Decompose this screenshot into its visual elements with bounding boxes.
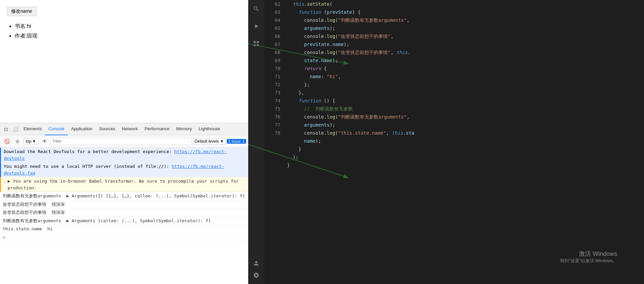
tab-memory[interactable]: Memory: [173, 123, 195, 135]
console-line: Download the React DevTools for a better…: [0, 148, 248, 162]
sidebar-bottom-section: [250, 257, 262, 281]
settings-sidebar-icon[interactable]: [250, 269, 262, 281]
code-editor-panel: 62 63 64 65 66 67 68 69 70 71 72 73 74 7…: [248, 0, 644, 284]
tab-network[interactable]: Network: [118, 123, 141, 135]
code-line-73: // 判断函数有无参数: [287, 105, 644, 113]
code-line-75: arguments);: [287, 121, 644, 129]
console-input[interactable]: [7, 234, 246, 239]
line-numbers: 62 63 64 65 66 67 68 69 70 71 72 73 74 7…: [264, 0, 284, 284]
console-line: 改变状态前想干的事情 情深深: [0, 208, 248, 217]
console-line: You might need to use a local HTTP serve…: [0, 162, 248, 177]
code-content: this.setState( function (prevState) { co…: [284, 0, 644, 284]
search-sidebar-icon[interactable]: [250, 3, 262, 15]
dropdown-arrow: ▼: [32, 139, 36, 144]
devtools-toolbar: 🚫 ⊘ top ▼ 👁 Default levels ▼ 1 Issue: 1: [0, 135, 248, 148]
devtools-tab-bar: ⊡ ⬜ Elements Console Application Sources…: [0, 123, 248, 135]
context-label: top: [26, 139, 32, 144]
run-sidebar-icon[interactable]: [250, 20, 262, 32]
warning-icon: ⚠: [4, 178, 6, 185]
mobile-icon[interactable]: ⬜: [11, 125, 20, 134]
code-line-64b: arguments);: [287, 24, 644, 32]
code-line-62: this.setState(: [287, 0, 644, 8]
issue-badge: 1 Issue: 1: [227, 139, 246, 144]
svg-rect-3: [257, 44, 259, 46]
tab-sources[interactable]: Sources: [96, 123, 119, 135]
code-line-64: console.log("判断函数有无参数arguments",: [287, 16, 644, 24]
code-line-66: prevState.name);: [287, 40, 644, 48]
log-level-selector[interactable]: Default levels ▼: [193, 138, 225, 144]
console-line: 判断函数有无参数arguments ▶ Arguments [callee: (…: [0, 217, 248, 225]
svg-rect-0: [254, 41, 256, 43]
tab-lighthouse[interactable]: Lighthouse: [195, 123, 223, 135]
console-prompt-line[interactable]: >: [0, 233, 248, 242]
context-selector[interactable]: top ▼: [23, 138, 39, 144]
tab-performance[interactable]: Performance: [141, 123, 173, 135]
pause-button[interactable]: ⊘: [13, 137, 22, 146]
left-container: 修改name 书名:hi 作者:琼瑶 ⊡ ⬜ Elements Console …: [0, 0, 248, 284]
code-line-76: console.log("this.state.name", this.sta: [287, 129, 644, 137]
code-line-66b: console.log("改变状态前想干的事情", this.: [287, 48, 644, 56]
tab-application[interactable]: Application: [68, 123, 96, 135]
book-author-item: 作者:琼瑶: [15, 31, 38, 41]
extensions-sidebar-icon[interactable]: [250, 38, 262, 50]
code-line-67: state.name);: [287, 56, 644, 64]
console-output: Download the React DevTools for a better…: [0, 148, 248, 284]
code-line-74: console.log("判断函数有无参数arguments",: [287, 113, 644, 121]
issue-count-label: 1 Issue:: [228, 139, 241, 143]
code-line-80: }: [287, 161, 644, 169]
modify-button[interactable]: 修改name: [7, 7, 37, 16]
code-line-78: }: [287, 145, 644, 153]
tab-console[interactable]: Console: [45, 123, 68, 135]
svg-rect-1: [257, 41, 259, 43]
console-line: 改变状态前想干的事情 情深深: [0, 200, 248, 209]
code-line-79: );: [287, 153, 644, 161]
page-preview: 修改name 书名:hi 作者:琼瑶: [0, 0, 248, 123]
code-line-68: return {: [287, 64, 644, 73]
code-line-63: function (prevState) {: [287, 8, 644, 16]
editor-sidebar: [248, 0, 264, 284]
issue-num: 1: [243, 139, 245, 143]
code-line-71: },: [287, 89, 644, 97]
code-line-65: console.log("改变状态前想干的事情",: [287, 32, 644, 40]
devtools-panel: ⊡ ⬜ Elements Console Application Sources…: [0, 123, 248, 284]
code-line-70: };: [287, 81, 644, 89]
console-line: 判断函数有无参数arguments ▶ Arguments(2) [{…}, {…: [0, 192, 248, 200]
cursor-icon[interactable]: ⊡: [1, 125, 11, 134]
console-line: this.state.name hi: [0, 225, 248, 233]
account-sidebar-icon[interactable]: [250, 257, 262, 269]
eye-icon[interactable]: 👁: [40, 137, 49, 146]
code-area: 62 63 64 65 66 67 68 69 70 71 72 73 74 7…: [264, 0, 644, 284]
svg-rect-2: [254, 44, 256, 46]
code-line-69: name: "hi",: [287, 73, 644, 81]
code-line-77: name);: [287, 137, 644, 145]
code-line-72: function () {: [287, 97, 644, 105]
tab-elements[interactable]: Elements: [20, 123, 45, 135]
console-filter-input[interactable]: [51, 138, 192, 145]
book-name-item: 书名:hi: [15, 21, 38, 31]
clear-console-button[interactable]: 🚫: [2, 137, 11, 146]
book-list: 书名:hi 作者:琼瑶: [7, 21, 38, 41]
console-warning-line: ⚠ ▶ You are using the in-browser Babel t…: [0, 177, 248, 192]
